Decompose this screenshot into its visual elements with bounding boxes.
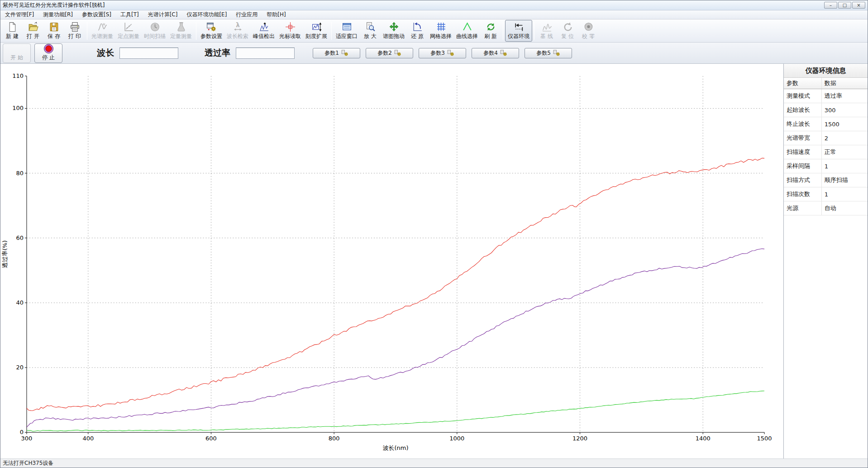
env-table-row[interactable]: 采样间隔1 — [784, 159, 868, 173]
param-button-1[interactable]: 参数1 — [313, 48, 360, 58]
window-title: 紫外可见近红外分光光度计操作软件[脱机] — [3, 1, 105, 9]
svg-text:20: 20 — [16, 364, 24, 371]
toolbar-zero-cal-button: 校 零 — [578, 20, 599, 42]
param-button-5[interactable]: 参数5 — [525, 48, 572, 58]
param-button-label: 参数5 — [536, 49, 551, 57]
print-icon — [69, 21, 81, 33]
toolbar-curve-select-button[interactable]: 曲线选择 — [454, 20, 480, 42]
wavelength-input[interactable] — [119, 48, 178, 59]
svg-text:波长(nm): 波长(nm) — [383, 444, 409, 451]
toolbar-grid-select-button[interactable]: 网格选择 — [428, 20, 454, 42]
env-table-row[interactable]: 光源自动 — [784, 201, 868, 215]
toolbar-zoom-in-button[interactable]: 放 大 — [360, 20, 381, 42]
env-param-value: 300 — [821, 103, 868, 117]
param-button-2[interactable]: 参数2 — [366, 48, 413, 58]
toolbar-label: 谱图拖动 — [383, 33, 405, 40]
svg-text:100: 100 — [12, 105, 24, 111]
param-settings-icon — [206, 21, 217, 33]
toolbar-new-doc-button[interactable]: 新 建 — [2, 20, 23, 42]
toolbar-cursor-read-button[interactable]: 光标读取 — [277, 20, 303, 42]
env-table-row[interactable]: 测量模式透过率 — [784, 89, 868, 103]
panel-title: 仪器环境信息 — [784, 64, 868, 78]
env-table-row[interactable]: 光谱带宽2 — [784, 131, 868, 145]
toolbar-wavelength-search-button: λ波长检索 — [224, 20, 251, 42]
toolbar-save-button[interactable]: 保 存 — [43, 20, 64, 42]
toolbar-separator — [503, 22, 503, 40]
param-button-3[interactable]: 参数3 — [419, 48, 466, 58]
spectrum-chart-svg[interactable]: 0204060801001103004006008001000120014001… — [0, 64, 783, 458]
toolbar-fit-window-button[interactable]: 适应窗口 — [334, 20, 360, 42]
env-table-row[interactable]: 扫描速度正常 — [784, 145, 868, 159]
toolbar-open-folder-button[interactable]: 打 开 — [23, 20, 43, 42]
env-param-name: 采样间隔 — [784, 159, 821, 173]
minimize-button[interactable]: – — [824, 2, 837, 9]
baseline-icon — [541, 21, 553, 33]
param-button-label: 参数2 — [377, 49, 392, 57]
toolbar-print-button[interactable]: 打 印 — [64, 20, 85, 42]
instrument-env-icon — [513, 21, 525, 33]
control-row: 开 始 停 止 波长 透过率 参数1参数2参数3参数4参数5 — [0, 43, 868, 64]
param-buttons-group: 参数1参数2参数3参数4参数5 — [313, 48, 572, 58]
toolbar-label: 还 原 — [411, 33, 424, 40]
reset-icon — [562, 21, 573, 33]
svg-text:1200: 1200 — [572, 435, 587, 442]
toolbar-refresh-button[interactable]: 刷 新 — [480, 20, 501, 42]
env-table-row[interactable]: 终止波长1500 — [784, 117, 868, 131]
title-bar: 紫外可见近红外分光光度计操作软件[脱机] – □ × — [0, 0, 868, 10]
menu-item-1[interactable]: 测量功能[R] — [38, 10, 77, 19]
env-table-row[interactable]: 起始波长300 — [784, 103, 868, 117]
peak-detect-icon — [258, 21, 270, 33]
env-table-header-cell: 数据 — [821, 78, 868, 89]
toolbar-label: 保 存 — [48, 33, 60, 40]
wavelength-search-icon: λ — [232, 21, 243, 33]
param-button-4[interactable]: 参数4 — [472, 48, 519, 58]
menu-item-4[interactable]: 光谱计算[C] — [143, 10, 182, 19]
transmittance-input[interactable] — [236, 48, 295, 59]
toolbar-label: 参数设置 — [200, 33, 222, 40]
toolbar-label: 光谱测量 — [91, 33, 113, 40]
env-param-value: 透过率 — [821, 89, 868, 103]
svg-text:800: 800 — [329, 435, 340, 442]
stop-record-icon — [43, 43, 54, 54]
spectrum-chart-area: 0204060801001103004006008001000120014001… — [0, 64, 783, 458]
menu-item-2[interactable]: 参数设置[S] — [77, 10, 116, 19]
toolbar-restore-button[interactable]: 还 原 — [407, 20, 428, 42]
gear-icon — [447, 49, 454, 57]
start-button: 开 始 — [3, 43, 31, 63]
open-folder-icon — [28, 21, 39, 33]
svg-text:1000: 1000 — [449, 435, 464, 442]
svg-text:1500: 1500 — [757, 435, 772, 442]
toolbar: 新 建打 开保 存打 印光谱测量定点测量时间扫描定量测量参数设置λ波长检索峰值检… — [0, 19, 868, 43]
menu-item-5[interactable]: 仪器环境功能[E] — [182, 10, 231, 19]
menu-item-3[interactable]: 工具[T] — [116, 10, 143, 19]
env-table-row[interactable]: 扫描次数1 — [784, 187, 868, 201]
cursor-read-icon — [285, 21, 296, 33]
env-table-header-row: 参数数据 — [784, 78, 868, 89]
menu-item-6[interactable]: 行业应用 — [231, 10, 262, 19]
toolbar-peak-detect-button[interactable]: 峰值检出 — [251, 20, 277, 42]
toolbar-separator — [87, 22, 87, 40]
menu-item-0[interactable]: 文件管理[F] — [0, 10, 38, 19]
stop-label: 停 止 — [42, 54, 55, 62]
env-param-name: 扫描次数 — [784, 187, 821, 201]
toolbar-label: 曲线选择 — [456, 33, 478, 40]
env-param-name: 扫描方式 — [784, 173, 821, 187]
gear-icon — [553, 49, 560, 57]
env-param-name: 测量模式 — [784, 89, 821, 103]
toolbar-quant-measure-button: 定量测量 — [168, 20, 194, 42]
menu-item-7[interactable]: 帮助[H] — [262, 10, 290, 19]
env-param-value: 自动 — [821, 201, 868, 215]
param-button-label: 参数3 — [430, 49, 445, 57]
toolbar-param-settings-button[interactable]: 参数设置 — [198, 20, 224, 42]
toolbar-instrument-env-button[interactable]: 仪器环境 — [505, 20, 532, 42]
toolbar-drag-spectrum-button[interactable]: 谱图拖动 — [381, 20, 407, 42]
env-param-name: 扫描速度 — [784, 145, 821, 159]
stop-button[interactable]: 停 止 — [34, 43, 62, 63]
close-button[interactable]: × — [852, 2, 865, 9]
toolbar-label: 刻度扩展 — [305, 33, 327, 40]
maximize-button[interactable]: □ — [838, 2, 851, 9]
env-param-name: 终止波长 — [784, 117, 821, 131]
toolbar-scale-expand-button[interactable]: 刻度扩展 — [303, 20, 329, 42]
toolbar-label: 基 线 — [540, 33, 553, 40]
env-table-row[interactable]: 扫描方式顺序扫描 — [784, 173, 868, 187]
